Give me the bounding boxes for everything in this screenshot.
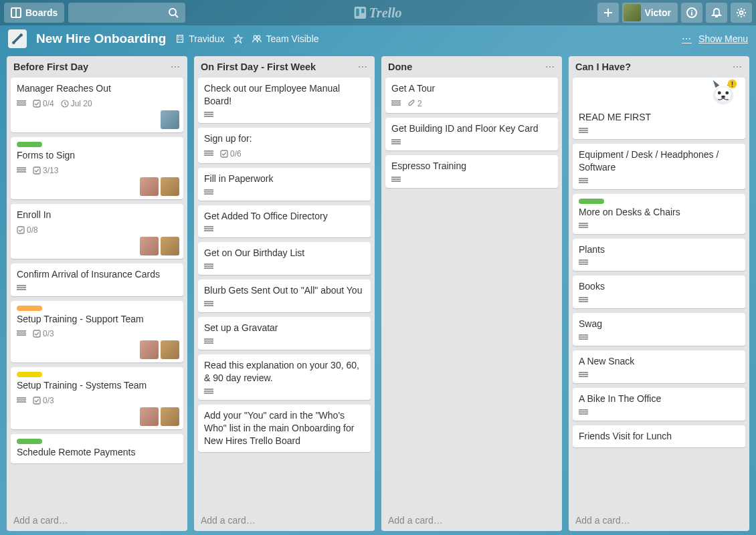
svg-rect-4: [354, 7, 366, 19]
boards-button[interactable]: Boards: [4, 3, 64, 23]
card[interactable]: Blurb Gets Sent Out to "All" about You: [198, 280, 371, 312]
show-menu-button[interactable]: ⋯ Show Menu: [682, 33, 748, 44]
notifications-button[interactable]: [706, 3, 727, 23]
visibility-label: Team Visible: [266, 33, 318, 44]
list-menu-button[interactable]: ⋯: [171, 62, 181, 72]
description-icon: [17, 285, 26, 292]
card[interactable]: Sign up for:0/6: [198, 128, 371, 163]
card[interactable]: A New Snack: [573, 350, 745, 383]
card[interactable]: Check out our Employee Manual Board!: [198, 78, 371, 123]
card[interactable]: Equipment / Desk / Headphones / Software: [573, 144, 745, 189]
info-button[interactable]: [681, 3, 702, 23]
card-label[interactable]: [579, 199, 604, 204]
card[interactable]: Manager Reaches Out0/4Jul 20: [11, 78, 183, 132]
add-card-button[interactable]: Add a card…: [569, 510, 749, 531]
search-input[interactable]: [68, 3, 185, 23]
show-menu-label: Show Menu: [698, 33, 748, 44]
card-badges: [579, 372, 739, 379]
user-menu[interactable]: Victor: [622, 3, 678, 23]
card[interactable]: Espresso Training: [385, 155, 558, 188]
member-avatar[interactable]: [161, 177, 179, 196]
org-button[interactable]: Travidux: [175, 33, 224, 44]
add-button[interactable]: [597, 3, 619, 23]
list-title[interactable]: Before First Day: [13, 62, 88, 72]
member-avatar[interactable]: [140, 340, 159, 359]
card-title: Blurb Gets Sent Out to "All" about You: [204, 284, 365, 297]
card-title: Swag: [579, 318, 739, 330]
card[interactable]: Get Building ID and Floor Key Card: [385, 118, 558, 150]
card[interactable]: Schedule Remote Payments: [11, 434, 183, 463]
list-menu-button[interactable]: ⋯: [358, 62, 368, 72]
svg-point-31: [716, 87, 731, 101]
card-badges: 3/13: [17, 166, 177, 175]
card[interactable]: A Bike In The Office: [573, 388, 745, 421]
visibility-button[interactable]: Team Visible: [252, 33, 318, 44]
member-avatar[interactable]: [161, 407, 179, 426]
board-icon-badge: [8, 29, 27, 48]
card[interactable]: More on Desks & Chairs: [573, 194, 745, 234]
card-label[interactable]: [17, 306, 42, 311]
list-title[interactable]: On First Day - First Week: [201, 62, 316, 72]
card[interactable]: Get A Tour2: [385, 78, 558, 113]
description-icon: [579, 259, 588, 266]
card-label[interactable]: [17, 372, 42, 377]
board-header: New Hire Onboarding Travidux Team Visibl…: [0, 25, 756, 52]
board-title[interactable]: New Hire Onboarding: [36, 31, 166, 46]
card[interactable]: Swag: [573, 313, 745, 346]
card-badges: [391, 177, 552, 183]
list-title[interactable]: Done: [388, 62, 412, 72]
avatar: [624, 4, 641, 21]
card[interactable]: !READ ME FIRST: [573, 78, 745, 139]
card-badges: [204, 226, 365, 233]
card[interactable]: Read this explanation on your 30, 60, & …: [198, 354, 371, 400]
card[interactable]: Plants: [573, 239, 745, 272]
description-icon: [17, 167, 26, 174]
card[interactable]: Friends Visit for Lunch: [573, 425, 745, 447]
list-cards: Manager Reaches Out0/4Jul 20Forms to Sig…: [7, 78, 187, 510]
card[interactable]: Get Added To Office Directory: [198, 205, 371, 238]
star-button[interactable]: [233, 34, 243, 43]
settings-button[interactable]: [731, 3, 752, 23]
svg-rect-19: [179, 39, 180, 40]
member-avatar[interactable]: [140, 407, 159, 426]
member-avatar[interactable]: [161, 110, 179, 129]
card[interactable]: Get on Our Birthday List: [198, 242, 371, 275]
card-title: Setup Training - Systems Team: [17, 379, 177, 392]
add-card-button[interactable]: Add a card…: [7, 510, 187, 531]
card[interactable]: Set up a Gravatar: [198, 317, 371, 350]
card-label[interactable]: [17, 142, 42, 147]
card[interactable]: Setup Training - Support Team0/3: [11, 301, 183, 363]
card[interactable]: Add your "You" card in the "Who's Who" l…: [198, 405, 371, 452]
card[interactable]: Setup Training - Systems Team0/3: [11, 367, 183, 429]
card[interactable]: Confirm Arrival of Insurance Cards: [11, 263, 183, 296]
member-avatar[interactable]: [161, 340, 179, 359]
list-title[interactable]: Can I Have?: [575, 62, 631, 72]
list-menu-button[interactable]: ⋯: [545, 62, 555, 72]
card[interactable]: Forms to Sign3/13: [11, 137, 183, 199]
card-title: Equipment / Desk / Headphones / Software: [579, 148, 739, 174]
add-card-button[interactable]: Add a card…: [381, 510, 562, 531]
member-avatar[interactable]: [161, 237, 179, 255]
brand-logo[interactable]: Trello: [354, 5, 401, 21]
board-canvas[interactable]: Before First Day⋯Manager Reaches Out0/4J…: [0, 52, 756, 535]
list-menu-button[interactable]: ⋯: [733, 62, 743, 72]
svg-point-2: [169, 9, 176, 15]
building-icon: [175, 34, 185, 43]
card-label[interactable]: [17, 439, 42, 444]
svg-point-32: [718, 92, 721, 95]
description-icon: [204, 338, 213, 345]
card[interactable]: Enroll In0/8: [11, 204, 183, 259]
card-badges: [579, 334, 739, 341]
card[interactable]: Books: [573, 276, 745, 308]
svg-point-14: [12, 41, 15, 44]
description-icon: [17, 397, 26, 404]
add-card-button[interactable]: Add a card…: [194, 510, 375, 531]
card-badges: [204, 189, 365, 196]
card-badges: [204, 112, 365, 118]
card-members: [140, 407, 179, 426]
member-avatar[interactable]: [140, 237, 159, 255]
member-avatar[interactable]: [140, 177, 159, 196]
card[interactable]: Fill in Paperwork: [198, 168, 371, 201]
card-badges: [579, 223, 739, 229]
description-icon: [579, 223, 588, 229]
